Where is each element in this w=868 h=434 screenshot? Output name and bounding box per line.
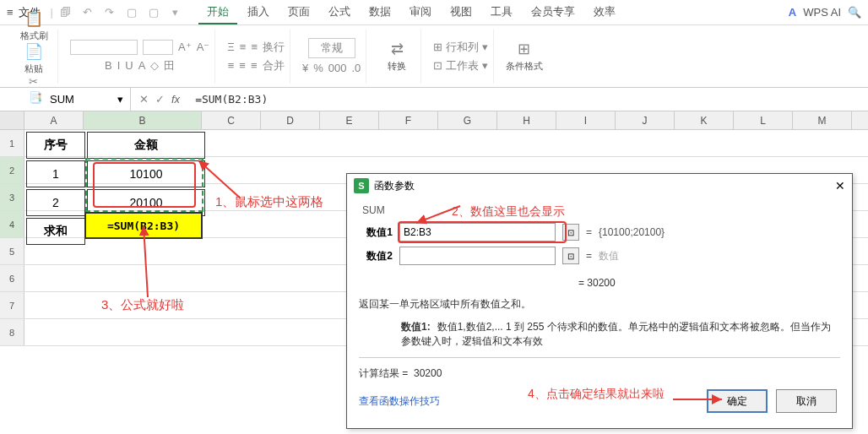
- row-header[interactable]: 4: [0, 211, 24, 237]
- col-header[interactable]: M: [793, 111, 852, 129]
- save-icon[interactable]: 🗐: [57, 6, 75, 19]
- select-all-corner[interactable]: [0, 111, 24, 129]
- row-header[interactable]: 1: [0, 130, 24, 156]
- currency-icon[interactable]: ¥: [302, 62, 308, 74]
- cond-format-button[interactable]: ⊞ 条件格式: [506, 40, 543, 73]
- cell[interactable]: 2: [26, 189, 85, 216]
- hamburger-icon[interactable]: ≡: [7, 6, 14, 19]
- dec-inc-icon[interactable]: .0: [351, 62, 361, 74]
- align-center-icon[interactable]: ≡: [239, 59, 246, 72]
- cell[interactable]: 金额: [87, 132, 205, 159]
- dropdown-icon[interactable]: ▾: [166, 6, 185, 19]
- align-bot-icon[interactable]: ≡: [251, 41, 258, 53]
- italic-icon[interactable]: I: [117, 59, 121, 72]
- tab-view[interactable]: 视图: [442, 1, 480, 24]
- name-box[interactable]: SUM ▾: [0, 88, 131, 111]
- paste-button[interactable]: 📄 粘贴: [15, 42, 52, 75]
- function-name: SUM: [359, 204, 840, 216]
- number-format-dropdown[interactable]: 常规: [308, 38, 355, 58]
- col-header[interactable]: A: [24, 111, 84, 129]
- size-dropdown[interactable]: [143, 40, 173, 55]
- align-mid-icon[interactable]: ≡: [240, 41, 247, 53]
- font-color-icon[interactable]: A: [138, 59, 146, 72]
- wps-ai-icon[interactable]: A: [789, 6, 796, 19]
- cancel-formula-icon[interactable]: ✕: [139, 93, 149, 106]
- dialog-titlebar[interactable]: S 函数参数 ✕: [347, 174, 852, 198]
- col-header[interactable]: L: [734, 111, 793, 129]
- percent-icon[interactable]: %: [313, 62, 323, 74]
- col-header[interactable]: I: [556, 111, 616, 129]
- ribbon-tabs: 开始 插入 页面 公式 数据 审阅 视图 工具 会员专享 效率: [198, 1, 624, 24]
- range-picker-icon[interactable]: ⊡: [562, 247, 579, 264]
- param2-input[interactable]: [399, 247, 556, 265]
- close-icon[interactable]: ✕: [835, 179, 845, 193]
- row-header[interactable]: 5: [0, 238, 24, 264]
- font-dropdown[interactable]: [70, 40, 138, 55]
- param-label: 数值1: [359, 225, 393, 240]
- fill-color-icon[interactable]: ◇: [150, 59, 159, 72]
- undo-icon[interactable]: ↶: [79, 6, 97, 19]
- param1-input[interactable]: [399, 223, 556, 241]
- col-header[interactable]: J: [616, 111, 675, 129]
- ok-button[interactable]: 确定: [707, 389, 768, 413]
- tab-page[interactable]: 页面: [279, 1, 318, 24]
- cut-icon[interactable]: ✂: [29, 75, 42, 88]
- cell[interactable]: 1: [26, 160, 85, 187]
- underline-icon[interactable]: U: [125, 59, 133, 72]
- col-header[interactable]: F: [379, 111, 438, 129]
- row-header[interactable]: 3: [0, 184, 24, 210]
- ribbon: 📋 格式刷 📄 粘贴 ✂ 📑 A⁺ A⁻ B I U A ◇ 田 Ξ: [0, 25, 868, 88]
- fx-icon[interactable]: fx: [171, 93, 180, 106]
- tab-data[interactable]: 数据: [361, 1, 399, 24]
- comma-icon[interactable]: 000: [328, 62, 347, 74]
- wps-ai-label[interactable]: WPS AI: [803, 6, 841, 19]
- convert-button[interactable]: ⇄ 转换: [378, 40, 415, 73]
- range-picker-icon[interactable]: ⊡: [562, 224, 579, 241]
- tab-efficiency[interactable]: 效率: [585, 1, 624, 24]
- tab-formula[interactable]: 公式: [320, 1, 359, 24]
- font-dec-icon[interactable]: A⁻: [197, 41, 210, 53]
- col-header[interactable]: D: [261, 111, 320, 129]
- tab-vip[interactable]: 会员专享: [523, 1, 583, 24]
- formula-input[interactable]: =SUM(B2:B3): [188, 93, 868, 106]
- merge-icon[interactable]: 合并: [263, 58, 285, 73]
- tab-insert[interactable]: 插入: [239, 1, 278, 24]
- bold-icon[interactable]: B: [105, 59, 112, 72]
- format-brush-button[interactable]: 📋 格式刷: [15, 9, 52, 42]
- tab-review[interactable]: 审阅: [401, 1, 440, 24]
- font-inc-icon[interactable]: A⁺: [178, 41, 192, 53]
- accept-formula-icon[interactable]: ✓: [155, 93, 165, 106]
- col-header[interactable]: G: [438, 111, 497, 129]
- help-link[interactable]: 查看函数操作技巧: [359, 394, 440, 409]
- chevron-down-icon[interactable]: ▾: [117, 93, 123, 106]
- qa-icon[interactable]: ▢: [122, 6, 141, 19]
- cell[interactable]: 10100: [87, 160, 205, 187]
- col-header[interactable]: K: [675, 111, 734, 129]
- active-cell[interactable]: =SUM(B2:B3): [84, 212, 203, 239]
- function-description: 返回某一单元格区域中所有数值之和。: [359, 292, 840, 317]
- border-icon[interactable]: 田: [164, 58, 175, 73]
- col-header[interactable]: B: [84, 111, 202, 129]
- worksheet-button[interactable]: ⊡ 工作表 ▾: [433, 58, 487, 73]
- wrap-icon[interactable]: 换行: [263, 40, 285, 55]
- align-top-icon[interactable]: Ξ: [227, 41, 234, 53]
- row-header[interactable]: 8: [0, 319, 24, 345]
- tab-start[interactable]: 开始: [198, 1, 237, 24]
- rowcol-button[interactable]: ⊞ 行和列 ▾: [433, 40, 487, 55]
- search-icon[interactable]: 🔍: [848, 6, 861, 19]
- qa-icon[interactable]: ▢: [144, 6, 163, 19]
- col-header[interactable]: H: [497, 111, 556, 129]
- tab-tools[interactable]: 工具: [482, 1, 521, 24]
- row-header[interactable]: 6: [0, 265, 24, 291]
- align-right-icon[interactable]: ≡: [251, 59, 258, 72]
- align-left-icon[interactable]: ≡: [228, 59, 235, 72]
- row-header[interactable]: 7: [0, 292, 24, 318]
- cell[interactable]: 求和: [26, 218, 85, 245]
- col-header[interactable]: C: [202, 111, 261, 129]
- app-icon: S: [354, 178, 369, 193]
- cell[interactable]: 序号: [26, 132, 85, 159]
- cancel-button[interactable]: 取消: [776, 389, 837, 413]
- row-header[interactable]: 2: [0, 157, 24, 183]
- redo-icon[interactable]: ↷: [100, 6, 119, 19]
- col-header[interactable]: E: [320, 111, 379, 129]
